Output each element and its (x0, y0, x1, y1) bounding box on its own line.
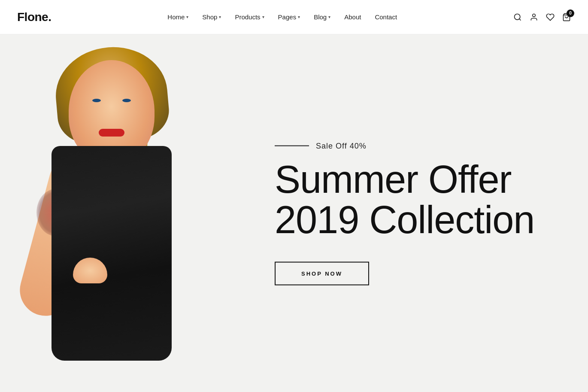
chevron-down-icon: ▾ (262, 15, 264, 19)
user-icon[interactable] (530, 13, 538, 21)
hero-title-line1: Summer Offer (275, 158, 511, 201)
hero-title: Summer Offer 2019 Collection (275, 159, 554, 240)
wishlist-icon[interactable] (546, 13, 555, 21)
chevron-down-icon: ▾ (328, 15, 330, 19)
chevron-down-icon: ▾ (186, 15, 188, 19)
nav-label-home: Home (167, 13, 185, 21)
nav-label-shop: Shop (202, 13, 217, 21)
nav-item-about[interactable]: About (344, 13, 361, 21)
main-nav: Home ▾ Shop ▾ Products ▾ Pages ▾ Blog ▾ … (167, 13, 397, 21)
nav-label-contact: Contact (375, 13, 397, 21)
svg-point-2 (533, 14, 536, 17)
nav-item-home[interactable]: Home ▾ (167, 13, 188, 21)
hero-content: Sale Off 40% Summer Offer 2019 Collectio… (275, 141, 554, 285)
sale-line-decoration (275, 146, 309, 146)
chevron-down-icon: ▾ (219, 15, 221, 19)
search-icon[interactable] (513, 13, 522, 21)
nav-item-pages[interactable]: Pages ▾ (278, 13, 300, 21)
nav-item-shop[interactable]: Shop ▾ (202, 13, 221, 21)
site-header: Flone. Home ▾ Shop ▾ Products ▾ Pages ▾ … (0, 0, 588, 34)
nav-label-products: Products (235, 13, 260, 21)
chevron-down-icon: ▾ (298, 15, 300, 19)
sale-text: Sale Off 40% (316, 141, 367, 150)
hero-image (0, 34, 266, 392)
nav-label-pages: Pages (278, 13, 297, 21)
nav-label-blog: Blog (314, 13, 327, 21)
header-actions: 0 (513, 13, 571, 21)
person-body (52, 146, 172, 361)
site-logo[interactable]: Flone. (17, 10, 51, 24)
nav-item-contact[interactable]: Contact (375, 13, 397, 21)
nav-item-blog[interactable]: Blog ▾ (314, 13, 330, 21)
hero-title-line2: 2019 Collection (275, 198, 534, 241)
svg-line-1 (519, 18, 521, 20)
svg-point-0 (514, 14, 520, 19)
hero-section: Sale Off 40% Summer Offer 2019 Collectio… (0, 34, 588, 392)
sale-tag: Sale Off 40% (275, 141, 554, 150)
cart-count-badge: 0 (567, 9, 574, 17)
cart-icon[interactable]: 0 (562, 13, 571, 21)
nav-label-about: About (344, 13, 361, 21)
nav-item-products[interactable]: Products ▾ (235, 13, 264, 21)
shop-now-button[interactable]: SHOP NOW (275, 261, 369, 285)
